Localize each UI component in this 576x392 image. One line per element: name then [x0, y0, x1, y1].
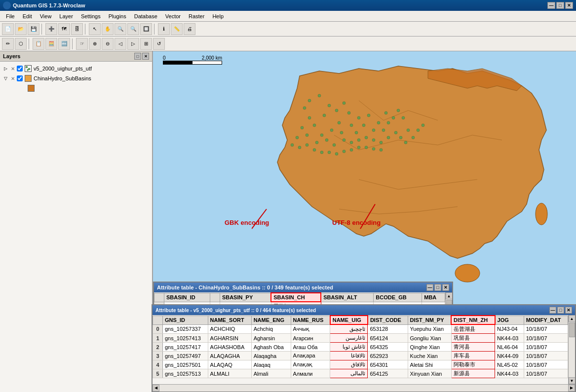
layers-close-btn[interactable]: ✕: [142, 53, 149, 60]
pan-btn[interactable]: ✋: [102, 23, 114, 35]
zoom-next-btn[interactable]: ▷: [127, 38, 139, 50]
layer-name-hydro: ChinaHydro_SubBasins: [34, 75, 91, 81]
open-project-btn[interactable]: 📂: [15, 23, 27, 35]
menu-file[interactable]: File: [2, 12, 19, 20]
svg-point-42: [357, 139, 360, 142]
attr-table-1-max[interactable]: □: [434, 284, 441, 291]
col-header-dist-nm-zh[interactable]: DIST_NM_ZH: [451, 316, 495, 324]
node-tool-btn[interactable]: ⬡: [15, 38, 27, 50]
cell2-mod-0: 10/18/07: [524, 324, 568, 334]
zoom-in2-btn[interactable]: ⊕: [89, 38, 101, 50]
zoom-full-btn[interactable]: 🔲: [140, 23, 152, 35]
attr-table-2-hscroll[interactable]: ◀ ▶: [153, 384, 575, 391]
scroll-down-btn-2[interactable]: ▼: [569, 377, 576, 384]
svg-point-78: [372, 147, 375, 150]
zoom-in-btn[interactable]: 🔍: [115, 23, 126, 35]
attr-table-1-title: Attribute table - ChinaHydro_SubBasins :…: [157, 285, 426, 290]
attr-table-2-min[interactable]: —: [549, 307, 556, 314]
zoom-native-btn[interactable]: ⊞: [140, 38, 152, 50]
layer-close-hydro[interactable]: ✕: [11, 76, 15, 81]
layer-item-hydro[interactable]: ▽ ✕ ChinaHydro_SubBasins: [2, 73, 150, 83]
svg-point-34: [367, 114, 370, 117]
menu-plugins[interactable]: Plugins: [105, 12, 130, 20]
attr-table-2-close[interactable]: ✕: [565, 307, 572, 314]
toolbar-2: ✏ ⬡ 📋 🧮 🔤 ☞ ⊕ ⊖ ◁ ▷ ⊞ ↺: [0, 36, 576, 51]
layer-item-uighur[interactable]: ▷ ✕ v5_2000_uighur_pts_utf: [2, 64, 150, 73]
svg-point-29: [340, 131, 343, 134]
col-header-sbasin-py[interactable]: SBASIN_PY: [220, 293, 271, 302]
col-header-bcode[interactable]: BCODE_GB: [374, 293, 422, 302]
identify-btn[interactable]: ℹ: [158, 23, 170, 35]
select-btn[interactable]: ↖: [89, 23, 101, 35]
digitize-btn[interactable]: ✏: [2, 38, 14, 50]
layer-expand-hydro[interactable]: ▽: [4, 76, 9, 81]
cell2-dzh-0: 岳普湖县: [451, 324, 495, 334]
attr-table-2-vscroll[interactable]: ▲ ▼: [568, 315, 575, 384]
menu-database[interactable]: Database: [130, 12, 161, 20]
cell2-mod-4: 10/18/07: [524, 360, 568, 369]
scroll-thumb-2[interactable]: [569, 322, 575, 337]
hscroll-left-2[interactable]: ◀: [153, 385, 159, 392]
hscroll-right-2[interactable]: ▶: [568, 385, 575, 392]
label-btn[interactable]: 🔤: [58, 38, 70, 50]
zoom-out-btn[interactable]: 🔍: [127, 23, 139, 35]
table-row: 3 gns_10257497 ALAQAGHA Alaqagha Алақара…: [153, 352, 568, 360]
menu-edit[interactable]: Edit: [19, 12, 36, 20]
attr-table-1-close[interactable]: ✕: [442, 284, 449, 291]
scroll-up-btn-1[interactable]: ▲: [446, 292, 453, 299]
zoom-prev-btn[interactable]: ◁: [115, 38, 126, 50]
layer-visible-uighur[interactable]: [17, 66, 23, 71]
layer-visible-hydro[interactable]: [17, 75, 23, 81]
col-header-gns-id[interactable]: GNS_ID: [163, 316, 208, 324]
refresh-btn[interactable]: ↺: [153, 38, 165, 50]
menu-layer[interactable]: Layer: [55, 12, 77, 20]
layer-expand-uighur[interactable]: ▷: [4, 66, 9, 71]
zoom-out2-btn[interactable]: ⊖: [102, 38, 114, 50]
svg-point-18: [536, 203, 547, 225]
cell2-dcode-5: 654125: [368, 369, 408, 378]
layers-float-btn[interactable]: □: [134, 53, 141, 60]
svg-point-71: [320, 151, 323, 154]
col-header-name-rus[interactable]: NAME_RUS: [291, 316, 330, 324]
layer-close-uighur[interactable]: ✕: [11, 66, 15, 71]
minimize-button[interactable]: —: [547, 2, 555, 9]
attr-table-btn[interactable]: 📋: [33, 38, 44, 50]
col-header-mba[interactable]: MBA: [422, 293, 445, 302]
menu-vector[interactable]: Vector: [161, 12, 185, 20]
print-btn[interactable]: 🖨: [184, 23, 195, 35]
col-header-name-uig[interactable]: NAME_UIG: [330, 316, 368, 324]
add-raster-btn[interactable]: 🗺: [58, 23, 70, 35]
calc-btn[interactable]: 🧮: [45, 38, 57, 50]
scroll-up-btn-2[interactable]: ▲: [569, 315, 576, 322]
svg-point-60: [417, 129, 420, 132]
col-header-dist-code[interactable]: DIST_CODE: [368, 316, 408, 324]
svg-point-65: [306, 134, 308, 137]
col-header-sbasin-id[interactable]: SBASIN_ID: [164, 293, 210, 302]
menu-view[interactable]: View: [36, 12, 56, 20]
col-header-sbasin-ch[interactable]: SBASIN_CH: [271, 293, 321, 302]
col-header-name-eng[interactable]: NAME_ENG: [251, 316, 291, 324]
maximize-button[interactable]: □: [556, 2, 564, 9]
col-header-sbasin-alt[interactable]: SBASIN_ALT: [321, 293, 374, 302]
svg-point-38: [325, 139, 328, 142]
col-header-rownum-1: [154, 293, 164, 302]
col-header-name-sort[interactable]: NAME_SORT: [208, 316, 251, 324]
attr-table-1-min[interactable]: —: [426, 284, 433, 291]
hand-tool-btn[interactable]: ☞: [76, 38, 88, 50]
col-header-modify-dat[interactable]: MODIFY_DAT: [524, 316, 568, 324]
attr-table-2-max[interactable]: □: [557, 307, 564, 314]
add-db-btn[interactable]: 🗄: [71, 23, 83, 35]
measure-btn[interactable]: 📏: [171, 23, 183, 35]
menu-raster[interactable]: Raster: [185, 12, 208, 20]
row2-num-5: 5: [153, 369, 163, 378]
close-button[interactable]: ✕: [565, 2, 573, 9]
add-vector-btn[interactable]: ➕: [45, 23, 57, 35]
svg-point-63: [308, 116, 311, 119]
col-header-jog[interactable]: JOG: [495, 316, 524, 324]
col-header-dist-nm-py[interactable]: DIST_NM_PY: [408, 316, 451, 324]
menu-help[interactable]: Help: [208, 12, 228, 20]
menu-settings[interactable]: Settings: [77, 12, 105, 20]
cell2-rus-5: Алмали: [291, 369, 330, 378]
new-project-btn[interactable]: 📄: [2, 23, 14, 35]
save-project-btn[interactable]: 💾: [28, 23, 39, 35]
